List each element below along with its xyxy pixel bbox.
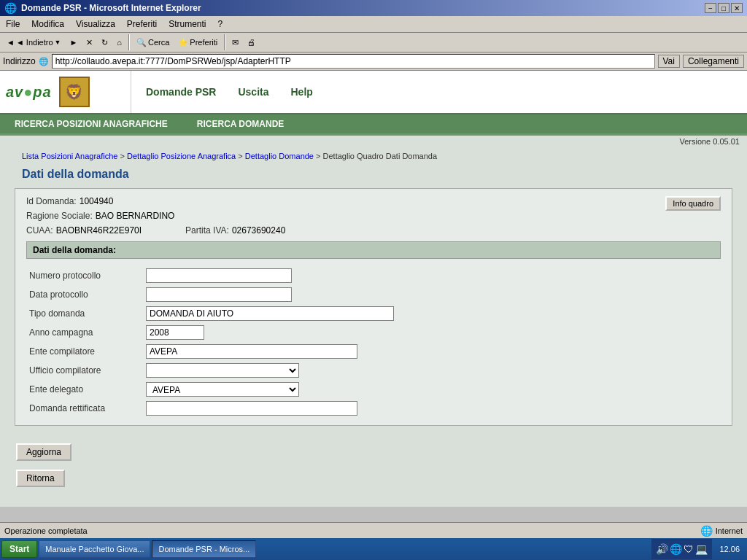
bottom-filler (0, 497, 747, 507)
mail-button[interactable]: ✉ (228, 36, 242, 50)
search-icon: 🔍 (136, 38, 147, 47)
dropdown-icon: ▼ (55, 39, 61, 46)
aggiorna-button[interactable]: Aggiorna (16, 443, 71, 461)
stop-button[interactable]: ✕ (82, 36, 96, 50)
close-button[interactable]: ✕ (731, 3, 743, 13)
form-container: Info quadro Id Domanda: 1004940 Ragione … (15, 188, 732, 426)
menu-preferiti[interactable]: Preferiti (121, 18, 163, 31)
breadcrumb: Lista Posizioni Anagrafiche > Dettaglio … (0, 147, 747, 165)
breadcrumb-lista[interactable]: Lista Posizioni Anagrafiche (22, 152, 117, 160)
section-header: Dati della domanda: (26, 241, 721, 259)
back-arrow-icon: ◄ (7, 38, 15, 47)
breadcrumb-sep-1: > (120, 152, 125, 160)
breadcrumb-dettaglio-quadro: Dettaglio Quadro Dati Domanda (323, 152, 438, 160)
ie-icon: 🌐 (4, 2, 17, 14)
stop-icon: ✕ (86, 38, 93, 47)
menu-visualizza[interactable]: Visualizza (70, 18, 121, 31)
numero-protocollo-input[interactable] (146, 268, 292, 283)
info-quadro-button[interactable]: Info quadro (665, 196, 721, 211)
nav-link-help[interactable]: Help (291, 83, 313, 101)
tipo-domanda-input[interactable] (146, 306, 394, 321)
refresh-button[interactable]: ↻ (98, 36, 112, 50)
domanda-rettificata-row: Domanda rettificata (26, 399, 721, 418)
print-button[interactable]: 🖨 (244, 36, 259, 49)
address-bar: Indirizzo 🌐 Vai Collegamenti (0, 52, 747, 71)
ragione-sociale-value: BAO BERNARDINO (96, 211, 175, 221)
menu-bar: File Modifica Visualizza Preferiti Strum… (0, 16, 747, 33)
ente-compilatore-input[interactable] (146, 344, 357, 359)
maximize-button[interactable]: □ (718, 3, 729, 13)
ufficio-compilatore-row: Ufficio compilatore (26, 361, 721, 380)
menu-modifica[interactable]: Modifica (26, 18, 70, 31)
forward-button[interactable]: ► (66, 36, 81, 49)
breadcrumb-dettaglio-pos[interactable]: Dettaglio Posizione Anagrafica (127, 152, 236, 160)
avepa-logo: av●pa (6, 84, 52, 101)
minimize-button[interactable]: − (705, 3, 716, 13)
data-protocollo-input[interactable] (146, 287, 292, 302)
ente-compilatore-row: Ente compilatore (26, 342, 721, 361)
ente-delegato-row: Ente delegato AVEPA (26, 380, 721, 399)
ufficio-compilatore-select[interactable] (146, 363, 299, 378)
links-button[interactable]: Collegamenti (683, 55, 744, 68)
nav-link-uscita[interactable]: Uscita (238, 83, 268, 101)
ragione-sociale-label: Ragione Sociale: (26, 211, 93, 221)
sub-nav: RICERCA POSIZIONI ANAGRAFICHE RICERCA DO… (0, 114, 747, 133)
id-domanda-value: 1004940 (80, 196, 114, 206)
lion-badge: 🦁 (59, 77, 90, 107)
forward-arrow-icon: ► (69, 38, 77, 47)
data-protocollo-row: Data protocollo (26, 285, 721, 304)
info-section: Info quadro Id Domanda: 1004940 Ragione … (26, 196, 721, 236)
sub-nav-ricerca-anagrafiche[interactable]: RICERCA POSIZIONI ANAGRAFICHE (0, 114, 182, 133)
toolbar: ◄ ◄ Indietro ▼ ► ✕ ↻ ⌂ 🔍 Cerca ⭐ Preferi… (0, 33, 747, 52)
toolbar-separator-1 (128, 34, 130, 50)
cuaa-value: BAOBNR46R22E970I (56, 225, 142, 236)
toolbar-separator-2 (224, 34, 225, 50)
form-table: Numero protocollo Data protocollo Tipo d… (26, 266, 721, 418)
search-button[interactable]: 🔍 Cerca (133, 36, 173, 50)
nav-link-domande-psr[interactable]: Domande PSR (146, 83, 216, 101)
version-bar: Versione 0.05.01 (0, 136, 747, 147)
breadcrumb-sep-2: > (238, 152, 242, 160)
version-text: Versione 0.05.01 (679, 137, 740, 146)
go-button[interactable]: Vai (658, 55, 680, 68)
ente-compilatore-label: Ente compilatore (26, 342, 143, 361)
address-icon: 🌐 (39, 57, 49, 66)
ente-delegato-select[interactable]: AVEPA (146, 382, 299, 397)
back-button[interactable]: ◄ ◄ Indietro ▼ (3, 36, 64, 49)
numero-protocollo-row: Numero protocollo (26, 266, 721, 285)
favorites-button[interactable]: ⭐ Preferiti (174, 36, 221, 50)
numero-protocollo-label: Numero protocollo (26, 266, 143, 285)
ufficio-compilatore-label: Ufficio compilatore (26, 361, 143, 380)
breadcrumb-dettaglio-dom[interactable]: Dettaglio Domande (245, 152, 314, 160)
mail-icon: ✉ (232, 38, 239, 47)
header-section: av●pa 🦁 Domande PSR Uscita Help RICERCA … (0, 71, 747, 136)
menu-file[interactable]: File (0, 18, 26, 31)
anno-campagna-row: Anno campagna (26, 323, 721, 342)
id-domanda-label: Id Domanda: (26, 196, 77, 206)
tipo-domanda-label: Tipo domanda (26, 304, 143, 323)
nav-links: Domande PSR Uscita Help (131, 71, 747, 113)
print-icon: 🖨 (247, 38, 255, 47)
menu-help[interactable]: ? (212, 18, 229, 31)
tipo-domanda-row: Tipo domanda (26, 304, 721, 323)
window-title: Domande PSR - Microsoft Internet Explore… (21, 3, 201, 13)
ragione-sociale-row: Ragione Sociale: BAO BERNARDINO (26, 211, 721, 221)
webpage: av●pa 🦁 Domande PSR Uscita Help RICERCA … (0, 71, 747, 507)
data-protocollo-label: Data protocollo (26, 285, 143, 304)
anno-campagna-label: Anno campagna (26, 323, 143, 342)
breadcrumb-sep-3: > (316, 152, 320, 160)
refresh-icon: ↻ (101, 38, 108, 47)
sub-nav-ricerca-domande[interactable]: RICERCA DOMANDE (182, 114, 299, 133)
address-input[interactable] (52, 54, 655, 69)
menu-strumenti[interactable]: Strumenti (163, 18, 212, 31)
partita-iva-value: 02673690240 (232, 225, 285, 236)
ritorna-button[interactable]: Ritorna (16, 470, 65, 487)
favorites-icon: ⭐ (178, 38, 188, 47)
domanda-rettificata-label: Domanda rettificata (26, 399, 143, 418)
domanda-rettificata-input[interactable] (146, 401, 357, 416)
id-domanda-row: Id Domanda: 1004940 (26, 196, 665, 206)
anno-campagna-input[interactable] (146, 325, 204, 340)
cuaa-row: CUAA: BAOBNR46R22E970I Partita IVA: 0267… (26, 225, 721, 236)
cuaa-label: CUAA: (26, 225, 53, 236)
home-button[interactable]: ⌂ (113, 36, 125, 49)
